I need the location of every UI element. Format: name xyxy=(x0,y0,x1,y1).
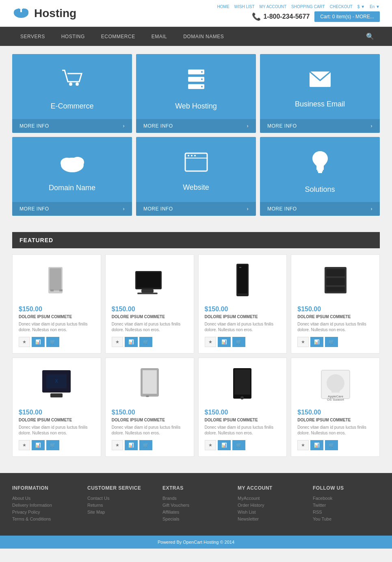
business-email-more[interactable]: MORE INFO › xyxy=(260,119,380,133)
top-link-home[interactable]: HOME xyxy=(217,4,230,9)
footer-col-title: FOLLOW US xyxy=(313,485,380,491)
cart-button[interactable]: Cart: 0 item(s) - MORE... xyxy=(314,11,380,22)
product-image: AppleCareOS Support xyxy=(297,364,373,405)
service-card-inner: Website xyxy=(136,137,256,202)
product-desc: Donec vitae diam id purus luctus finilis… xyxy=(205,321,281,333)
add-to-cart-button[interactable]: 🛒 xyxy=(139,440,152,450)
top-link-currency[interactable]: $ ▼ xyxy=(357,4,365,9)
wishlist-button[interactable]: ★ xyxy=(112,440,123,450)
top-link-wishlist[interactable]: WISH LIST xyxy=(234,4,255,9)
footer-link[interactable]: MyAccount xyxy=(238,496,305,501)
footer-link[interactable]: Wish List xyxy=(238,510,305,514)
wishlist-button[interactable]: ★ xyxy=(19,440,30,450)
footer-link[interactable]: Delivery Information xyxy=(12,503,79,508)
main-nav: SERVERS HOSTING ECOMMERCE EMAIL DOMAIN N… xyxy=(0,27,392,46)
footer-link[interactable]: You Tube xyxy=(313,516,380,521)
wishlist-button[interactable]: ★ xyxy=(297,440,309,450)
footer-link[interactable]: Specials xyxy=(162,516,230,521)
compare-button[interactable]: 📊 xyxy=(125,337,138,347)
service-card-business-email[interactable]: Business Email MORE INFO › xyxy=(260,54,380,133)
compare-button[interactable]: 📊 xyxy=(310,440,323,450)
product-actions: ★ 📊 🛒 xyxy=(205,337,281,347)
web-hosting-more[interactable]: MORE INFO › xyxy=(136,119,256,133)
nav-ecommerce[interactable]: ECOMMERCE xyxy=(93,28,143,45)
arrow-icon: › xyxy=(247,123,249,129)
ecommerce-more[interactable]: MORE INFO › xyxy=(12,119,132,133)
nav-hosting[interactable]: HOSTING xyxy=(53,28,93,45)
footer-col-title: INFORMATION xyxy=(12,485,79,491)
top-link-account[interactable]: MY ACCOUNT xyxy=(260,4,287,9)
top-link-lang[interactable]: En ▼ xyxy=(370,4,380,9)
product-name: DOLORE IPSUM COMMETE xyxy=(19,418,95,422)
add-to-cart-button[interactable]: 🛒 xyxy=(46,440,59,450)
website-more[interactable]: MORE INFO › xyxy=(136,202,256,216)
product-card: $150.00 DOLORE IPSUM COMMETE Donec vitae… xyxy=(12,254,101,354)
footer-link[interactable]: Twitter xyxy=(313,503,380,508)
service-card-solutions[interactable]: Solutions MORE INFO › xyxy=(260,137,380,216)
footer-link[interactable]: RSS xyxy=(313,510,380,514)
nav-domain[interactable]: DOMAIN NAMES xyxy=(175,28,232,45)
compare-button[interactable]: 📊 xyxy=(218,337,231,347)
footer-link[interactable]: Facebook xyxy=(313,496,380,501)
footer-link[interactable]: Terms & Conditions xyxy=(12,516,79,521)
product-desc: Donec vitae diam id purus luctus finilis… xyxy=(205,425,281,436)
svg-rect-28 xyxy=(136,272,160,288)
header-actions: 📞 1-800-234-5677 Cart: 0 item(s) - MORE.… xyxy=(252,11,380,22)
product-card: X $150.00 DOLORE IPSUM COMMETE Donec vit… xyxy=(12,358,101,457)
add-to-cart-button[interactable]: 🛒 xyxy=(139,337,152,347)
add-to-cart-button[interactable]: 🛒 xyxy=(232,337,245,347)
footer-col-title: CUSTOMER SERVICE xyxy=(87,485,154,491)
arrow-icon: › xyxy=(247,206,249,212)
svg-rect-33 xyxy=(239,267,241,268)
top-link-cart[interactable]: SHOPPING CART xyxy=(291,4,325,9)
compare-button[interactable]: 📊 xyxy=(218,440,231,450)
svg-point-5 xyxy=(76,82,79,86)
footer-link[interactable]: Site Map xyxy=(87,510,154,514)
footer-link[interactable]: Affiliates xyxy=(162,510,230,514)
nav-email[interactable]: EMAIL xyxy=(143,28,175,45)
wishlist-button[interactable]: ★ xyxy=(297,337,309,347)
arrow-icon: › xyxy=(123,206,125,212)
compare-button[interactable]: 📊 xyxy=(32,337,45,347)
service-card-web-hosting[interactable]: Web Hosting MORE INFO › xyxy=(136,54,256,133)
footer-link[interactable]: Privacy Policy xyxy=(12,510,79,514)
service-card-inner: Solutions xyxy=(260,137,380,202)
wishlist-button[interactable]: ★ xyxy=(112,337,123,347)
add-to-cart-button[interactable]: 🛒 xyxy=(325,440,338,450)
service-card-website[interactable]: Website MORE INFO › xyxy=(136,137,256,216)
footer-link[interactable]: Brands xyxy=(162,496,230,501)
ecommerce-title: E-Commerce xyxy=(50,102,93,111)
search-icon[interactable]: 🔍 xyxy=(360,27,380,46)
compare-button[interactable]: 📊 xyxy=(125,440,138,450)
logo[interactable]: Hosting xyxy=(12,4,76,22)
top-link-checkout[interactable]: CHECKOUT xyxy=(330,4,353,9)
footer-link[interactable]: Contact Us xyxy=(87,496,154,501)
product-grid: $150.00 DOLORE IPSUM COMMETE Donec vitae… xyxy=(12,254,380,457)
compare-button[interactable]: 📊 xyxy=(32,440,45,450)
wishlist-button[interactable]: ★ xyxy=(205,440,216,450)
product-price: $150.00 xyxy=(205,409,281,416)
add-to-cart-button[interactable]: 🛒 xyxy=(325,337,338,347)
footer-link[interactable]: Order History xyxy=(238,503,305,508)
add-to-cart-button[interactable]: 🛒 xyxy=(46,337,59,347)
footer-link[interactable]: Newsletter xyxy=(238,516,305,521)
solutions-more[interactable]: MORE INFO › xyxy=(260,202,380,216)
wishlist-button[interactable]: ★ xyxy=(205,337,216,347)
phone-number: 1-800-234-5677 xyxy=(263,13,310,20)
compare-button[interactable]: 📊 xyxy=(310,337,323,347)
domain-name-more[interactable]: MORE INFO › xyxy=(12,202,132,216)
svg-text:X: X xyxy=(55,378,58,384)
footer: INFORMATIONAbout UsDelivery InformationP… xyxy=(0,473,392,536)
product-card: $150.00 DOLORE IPSUM COMMETE Donec vitae… xyxy=(291,254,380,354)
footer-link[interactable]: About Us xyxy=(12,496,79,501)
footer-col-title: EXTRAS xyxy=(162,485,230,491)
add-to-cart-button[interactable]: 🛒 xyxy=(232,440,245,450)
wishlist-button[interactable]: ★ xyxy=(19,337,30,347)
nav-servers[interactable]: SERVERS xyxy=(12,28,53,45)
service-card-ecommerce[interactable]: E-Commerce MORE INFO › xyxy=(12,54,132,133)
footer-link[interactable]: Gift Vouchers xyxy=(162,503,230,508)
product-actions: ★ 📊 🛒 xyxy=(297,337,373,347)
service-card-domain-name[interactable]: Domain Name MORE INFO › xyxy=(12,137,132,216)
product-price: $150.00 xyxy=(297,306,373,313)
footer-link[interactable]: Returns xyxy=(87,503,154,508)
